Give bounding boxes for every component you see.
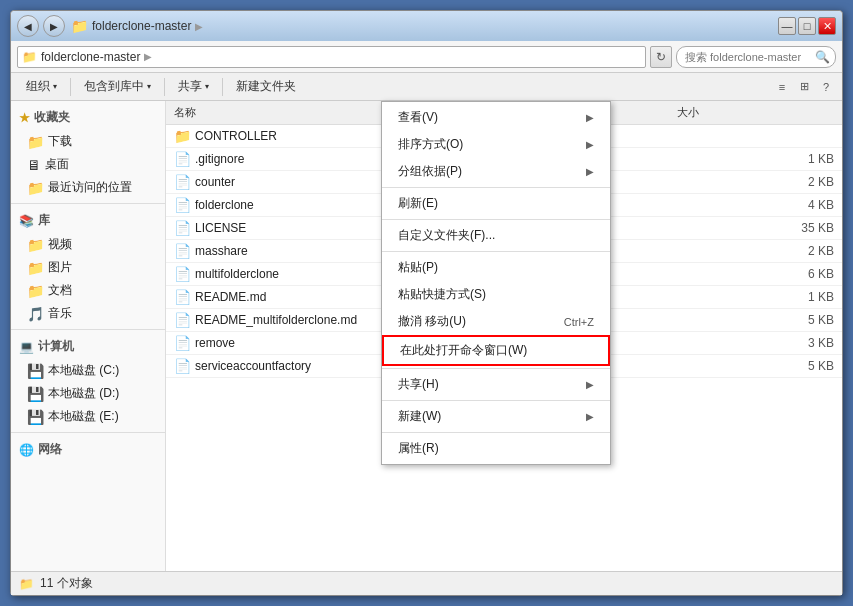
sidebar-item-video[interactable]: 📁 视频	[11, 233, 165, 256]
favorites-label: 收藏夹	[34, 109, 70, 126]
search-input[interactable]	[685, 51, 815, 63]
computer-section: 💻 计算机 💾 本地磁盘 (C:) 💾 本地磁盘 (D:) 💾 本地磁盘 (E:…	[11, 334, 165, 428]
context-menu-separator	[382, 251, 610, 252]
status-bar: 📁 11 个对象	[11, 571, 842, 595]
context-menu-arrow: ▶	[586, 139, 594, 150]
context-menu-arrow: ▶	[586, 112, 594, 123]
computer-label: 计算机	[38, 338, 74, 355]
favorites-title[interactable]: ★ 收藏夹	[11, 105, 165, 130]
title-bar: ◀ ▶ 📁 folderclone-master ▶ — □ ✕	[11, 11, 842, 41]
network-section: 🌐 网络	[11, 437, 165, 462]
video-label: 视频	[48, 236, 72, 253]
network-label: 网络	[38, 441, 62, 458]
library-icon: 📚	[19, 214, 34, 228]
context-menu-item[interactable]: 粘贴快捷方式(S)	[382, 281, 610, 308]
computer-title[interactable]: 💻 计算机	[11, 334, 165, 359]
path-folder-icon: 📁	[71, 18, 88, 34]
network-icon: 🌐	[19, 443, 34, 457]
documents-icon: 📁	[27, 283, 44, 299]
file-icon: 📄	[174, 197, 191, 213]
context-menu-item[interactable]: 分组依据(P)▶	[382, 158, 610, 185]
network-title[interactable]: 🌐 网络	[11, 437, 165, 462]
address-text: folderclone-master	[41, 50, 140, 64]
context-menu-item[interactable]: 排序方式(O)▶	[382, 131, 610, 158]
sidebar-item-recent[interactable]: 📁 最近访问的位置	[11, 176, 165, 199]
share-button[interactable]: 共享 ▾	[169, 75, 218, 98]
context-menu-item[interactable]: 撤消 移动(U)Ctrl+Z	[382, 308, 610, 335]
include-library-button[interactable]: 包含到库中 ▾	[75, 75, 160, 98]
organize-label: 组织	[26, 78, 50, 95]
explorer-window: ◀ ▶ 📁 folderclone-master ▶ — □ ✕ 📁 folde…	[10, 10, 843, 596]
drive-d-label: 本地磁盘 (D:)	[48, 385, 119, 402]
new-folder-button[interactable]: 新建文件夹	[227, 75, 305, 98]
context-menu-item[interactable]: 查看(V)▶	[382, 104, 610, 131]
folder-status-icon: 📁	[19, 577, 34, 591]
sidebar-divider-2	[11, 329, 165, 330]
title-bar-left: ◀ ▶	[17, 15, 65, 37]
context-menu-item[interactable]: 新建(W)▶	[382, 403, 610, 430]
address-path-box[interactable]: 📁 folderclone-master ▶	[17, 46, 646, 68]
context-menu-item[interactable]: 共享(H)▶	[382, 371, 610, 398]
toolbar: 组织 ▾ 包含到库中 ▾ 共享 ▾ 新建文件夹 ≡ ⊞ ?	[11, 73, 842, 101]
context-menu-item-label: 在此处打开命令窗口(W)	[400, 342, 527, 359]
sidebar: ★ 收藏夹 📁 下载 🖥 桌面 📁 最近访问的位置	[11, 101, 166, 571]
help-button[interactable]: ?	[816, 77, 836, 97]
view-grid-button[interactable]: ⊞	[794, 77, 814, 97]
context-menu-item-label: 属性(R)	[398, 440, 439, 457]
video-icon: 📁	[27, 237, 44, 253]
address-folder-icon: 📁	[22, 50, 37, 64]
file-icon: 📄	[174, 289, 191, 305]
sidebar-item-documents[interactable]: 📁 文档	[11, 279, 165, 302]
maximize-button[interactable]: □	[798, 17, 816, 35]
context-menu-item[interactable]: 在此处打开命令窗口(W)	[382, 335, 610, 366]
close-button[interactable]: ✕	[818, 17, 836, 35]
sidebar-item-drive-e[interactable]: 💾 本地磁盘 (E:)	[11, 405, 165, 428]
sidebar-item-downloads[interactable]: 📁 下载	[11, 130, 165, 153]
context-menu-item[interactable]: 自定义文件夹(F)...	[382, 222, 610, 249]
library-title[interactable]: 📚 库	[11, 208, 165, 233]
music-icon: 🎵	[27, 306, 44, 322]
context-menu-separator	[382, 187, 610, 188]
forward-button[interactable]: ▶	[43, 15, 65, 37]
file-icon: 📄	[174, 335, 191, 351]
drive-c-label: 本地磁盘 (C:)	[48, 362, 119, 379]
file-size: 3 KB	[762, 336, 842, 350]
favorites-star-icon: ★	[19, 111, 30, 125]
refresh-button[interactable]: ↻	[650, 46, 672, 68]
back-button[interactable]: ◀	[17, 15, 39, 37]
path-text: folderclone-master	[92, 19, 191, 33]
view-list-button[interactable]: ≡	[772, 77, 792, 97]
sidebar-item-drive-c[interactable]: 💾 本地磁盘 (C:)	[11, 359, 165, 382]
sidebar-divider-1	[11, 203, 165, 204]
context-menu-item[interactable]: 粘贴(P)	[382, 254, 610, 281]
context-menu-item[interactable]: 属性(R)	[382, 435, 610, 462]
context-menu-item-label: 撤消 移动(U)	[398, 313, 466, 330]
context-menu-item[interactable]: 刷新(E)	[382, 190, 610, 217]
drive-e-label: 本地磁盘 (E:)	[48, 408, 119, 425]
toolbar-sep-2	[164, 78, 165, 96]
sidebar-item-pictures[interactable]: 📁 图片	[11, 256, 165, 279]
file-size: 1 KB	[762, 290, 842, 304]
context-menu-arrow: ▶	[586, 379, 594, 390]
search-box[interactable]: 🔍	[676, 46, 836, 68]
file-icon: 📄	[174, 151, 191, 167]
sidebar-item-drive-d[interactable]: 💾 本地磁盘 (D:)	[11, 382, 165, 405]
minimize-button[interactable]: —	[778, 17, 796, 35]
file-size: 5 KB	[762, 313, 842, 327]
context-menu-item-label: 粘贴(P)	[398, 259, 438, 276]
sidebar-item-music[interactable]: 🎵 音乐	[11, 302, 165, 325]
context-menu-separator	[382, 432, 610, 433]
organize-button[interactable]: 组织 ▾	[17, 75, 66, 98]
view-icons: ≡ ⊞ ?	[772, 77, 836, 97]
music-label: 音乐	[48, 305, 72, 322]
file-size: 6 KB	[762, 267, 842, 281]
downloads-icon: 📁	[27, 134, 44, 150]
search-icon: 🔍	[815, 50, 830, 64]
folder-icon: 📁	[174, 128, 191, 144]
computer-icon: 💻	[19, 340, 34, 354]
context-menu-arrow: ▶	[586, 166, 594, 177]
sidebar-item-desktop[interactable]: 🖥 桌面	[11, 153, 165, 176]
documents-label: 文档	[48, 282, 72, 299]
library-label: 库	[38, 212, 50, 229]
context-menu: 查看(V)▶排序方式(O)▶分组依据(P)▶刷新(E)自定义文件夹(F)...粘…	[381, 101, 611, 465]
